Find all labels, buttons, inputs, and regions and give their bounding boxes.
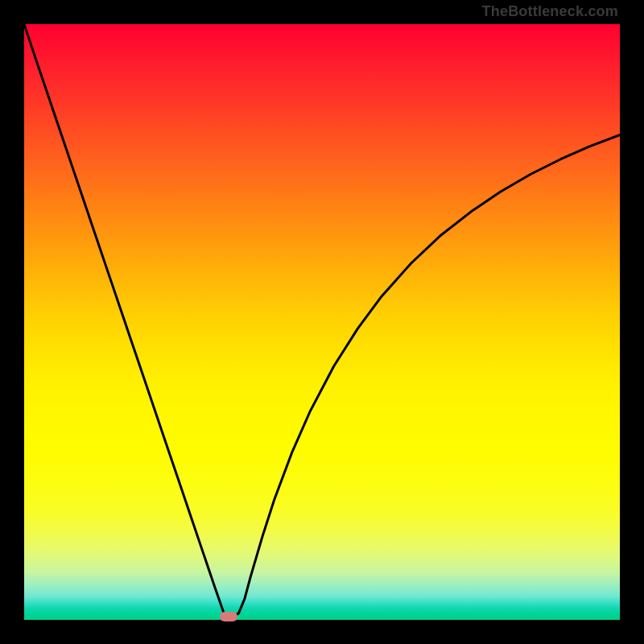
watermark-text: TheBottleneck.com — [482, 3, 618, 20]
optimal-point-marker — [220, 612, 237, 621]
curve-svg — [24, 24, 620, 620]
plot-area — [24, 24, 620, 620]
bottleneck-curve — [24, 24, 620, 617]
chart-container: TheBottleneck.com — [0, 0, 644, 644]
